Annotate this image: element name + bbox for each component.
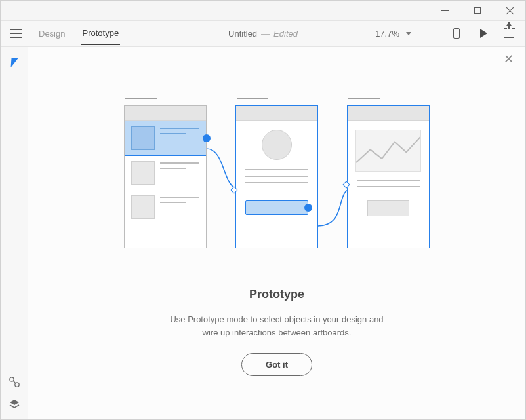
device-preview-button[interactable]: [449, 26, 464, 41]
hamburger-menu-button[interactable]: [10, 29, 22, 38]
svg-point-1: [14, 383, 18, 387]
plugins-icon: [9, 376, 20, 388]
hamburger-icon: [10, 29, 22, 30]
run-preview-button[interactable]: [475, 26, 490, 41]
share-button[interactable]: [502, 26, 516, 41]
document-title-group: Untitled — Edited: [228, 29, 298, 39]
window-minimize-button[interactable]: [434, 3, 456, 18]
flow-connector-in-icon: [230, 186, 237, 193]
zoom-value: 17.7%: [375, 29, 399, 39]
diagram-artboard-1: [124, 98, 207, 248]
share-icon: [504, 29, 514, 38]
hint-description: Use Prototype mode to select objects in …: [170, 313, 383, 339]
app-toolbar: Design Prototype Untitled — Edited 17.7%: [1, 20, 525, 47]
layers-icon: [9, 398, 20, 410]
selected-button-element: [245, 200, 308, 215]
play-icon: [480, 29, 487, 38]
svg-line-2: [13, 381, 15, 383]
diagram-artboard-2: [235, 98, 318, 248]
window-titlebar: [1, 1, 525, 20]
hint-close-button[interactable]: ✕: [504, 53, 514, 65]
selected-list-item: [125, 121, 206, 156]
document-title[interactable]: Untitled: [228, 29, 257, 39]
window-close-button[interactable]: [499, 3, 521, 18]
artboard-title-bar: [125, 98, 157, 99]
svg-point-0: [9, 377, 13, 381]
window-maximize-button[interactable]: [466, 3, 489, 18]
canvas[interactable]: ✕: [28, 47, 525, 419]
minimize-icon: [441, 10, 449, 11]
artboard-title-bar: [237, 98, 268, 99]
prototype-hint-modal: Prototype Use Prototype mode to select o…: [28, 98, 525, 376]
got-it-button[interactable]: Got it: [241, 353, 312, 376]
maximize-icon: [474, 7, 481, 14]
zoom-dropdown[interactable]: 17.7%: [375, 29, 411, 39]
svg-marker-3: [10, 400, 19, 405]
flow-connector-out-icon: [304, 204, 312, 212]
layers-button[interactable]: [9, 398, 20, 410]
device-icon: [453, 28, 460, 39]
mode-tabs: Design Prototype: [37, 22, 120, 45]
document-status: Edited: [273, 29, 298, 39]
tab-design[interactable]: Design: [37, 22, 66, 45]
workspace: ✕: [1, 47, 525, 419]
tools-rail: [1, 47, 28, 419]
flow-connector-out-icon: [203, 134, 211, 142]
document-dash: —: [261, 29, 270, 39]
close-icon: [506, 7, 514, 14]
diagram-artboard-3: [347, 98, 430, 248]
artboard-title-bar: [348, 98, 380, 99]
chevron-down-icon: [406, 32, 411, 35]
plugins-button[interactable]: [9, 376, 20, 388]
selection-tool-button[interactable]: [10, 58, 18, 67]
hint-title: Prototype: [249, 288, 304, 301]
tab-prototype[interactable]: Prototype: [81, 22, 120, 45]
hint-diagram: [124, 98, 430, 248]
